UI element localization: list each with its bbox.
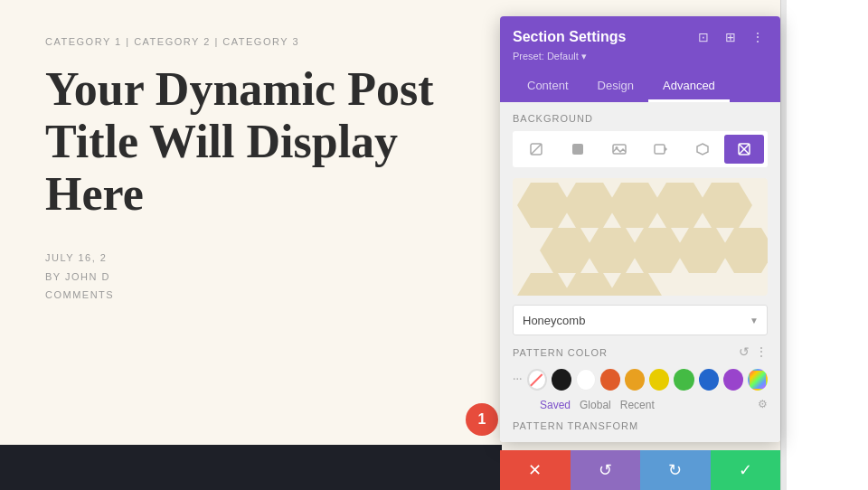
svg-marker-38 <box>517 273 571 296</box>
panel-icon-fullscreen[interactable]: ⊡ <box>693 27 713 47</box>
background-label: Background <box>513 113 768 124</box>
svg-marker-26 <box>665 146 667 152</box>
page-right-inner <box>787 0 868 490</box>
bg-video-btn[interactable] <box>641 135 681 164</box>
bg-mask-btn[interactable] <box>683 135 722 164</box>
swatch-tab-recent[interactable]: Recent <box>620 399 655 411</box>
panel-title-row: Section Settings ⊡ ⊞ ⋮ <box>513 27 768 47</box>
panel-body: Background <box>500 102 780 442</box>
color-swatch-orange[interactable] <box>600 369 620 391</box>
post-comments: COMMENTS <box>45 286 457 305</box>
blog-content: CATEGORY 1 | CATEGORY 2 | CATEGORY 3 You… <box>0 0 502 490</box>
bg-none-btn[interactable] <box>516 135 556 164</box>
panel-icon-more[interactable]: ⋮ <box>748 27 768 47</box>
swatch-tab-saved[interactable]: Saved <box>540 399 571 411</box>
swatch-settings-icon[interactable]: ⚙ <box>758 398 768 411</box>
post-meta: JULY 16, 2 BY JOHN D COMMENTS <box>45 249 457 306</box>
bg-type-row <box>513 131 768 167</box>
tab-advanced[interactable]: Advanced <box>648 71 730 102</box>
swatch-tab-global[interactable]: Global <box>580 399 611 411</box>
color-swatch-yellow[interactable] <box>649 369 669 391</box>
color-swatch-green[interactable] <box>674 369 693 391</box>
color-swatch-transparent[interactable] <box>527 369 547 391</box>
settings-panel: Section Settings ⊡ ⊞ ⋮ Preset: Default ▾… <box>500 16 780 442</box>
pattern-color-label: Pattern Color <box>513 347 739 358</box>
dark-bottom-bar <box>0 445 502 490</box>
post-date: JULY 16, 2 <box>45 249 457 268</box>
svg-rect-25 <box>655 145 665 154</box>
redo-button[interactable]: ↻ <box>640 450 711 490</box>
page-right-edge <box>780 0 868 490</box>
pattern-select[interactable]: Honeycomb Chevron Dots Stripes Waves <box>513 305 768 335</box>
svg-marker-32 <box>698 183 752 228</box>
post-author: BY JOHN D <box>45 268 457 287</box>
pattern-color-actions: ↺ ⋮ <box>739 344 768 360</box>
post-title: Your Dynamic Post Title Will Display Her… <box>45 63 457 221</box>
bg-pattern-btn[interactable] <box>724 135 764 164</box>
reset-color-icon[interactable]: ↺ <box>739 344 750 360</box>
undo-button[interactable]: ↺ <box>571 450 641 490</box>
pattern-transform-label: Pattern Transform <box>513 420 768 431</box>
confirm-button[interactable]: ✓ <box>711 450 781 490</box>
pattern-preview <box>513 178 768 296</box>
tab-design[interactable]: Design <box>583 71 648 102</box>
svg-rect-22 <box>572 144 583 155</box>
panel-header: Section Settings ⊡ ⊞ ⋮ Preset: Default ▾… <box>500 16 780 102</box>
panel-preset[interactable]: Preset: Default ▾ <box>513 51 768 62</box>
pattern-color-row: Pattern Color ↺ ⋮ <box>513 344 768 360</box>
panel-tabs: Content Design Advanced <box>513 71 768 102</box>
swatch-tabs-row: Saved Global Recent ⚙ <box>513 398 768 411</box>
panel-icon-columns[interactable]: ⊞ <box>721 27 741 47</box>
action-bar: ✕ ↺ ↻ ✓ <box>500 450 780 490</box>
more-color-icon[interactable]: ⋮ <box>755 344 768 360</box>
step-indicator: 1 <box>466 403 498 436</box>
cancel-button[interactable]: ✕ <box>500 450 571 490</box>
color-swatch-custom[interactable] <box>748 369 768 391</box>
pattern-dropdown-row: Honeycomb Chevron Dots Stripes Waves ▼ <box>513 305 768 335</box>
tab-content[interactable]: Content <box>513 71 583 102</box>
svg-marker-39 <box>562 273 617 296</box>
svg-marker-37 <box>721 228 768 273</box>
bg-image-btn[interactable] <box>599 135 639 164</box>
panel-title: Section Settings <box>513 29 626 45</box>
color-swatch-purple[interactable] <box>723 369 743 391</box>
bg-color-btn[interactable] <box>558 135 598 164</box>
swatch-more-dots[interactable]: ··· <box>513 372 523 387</box>
svg-marker-40 <box>608 273 662 296</box>
color-swatches-row: ··· <box>513 369 768 391</box>
pattern-svg <box>513 178 768 296</box>
category-bar: CATEGORY 1 | CATEGORY 2 | CATEGORY 3 <box>45 36 457 47</box>
pattern-dropdown-wrapper: Honeycomb Chevron Dots Stripes Waves ▼ <box>513 305 768 335</box>
color-swatch-black[interactable] <box>552 369 571 391</box>
color-swatch-blue[interactable] <box>699 369 719 391</box>
color-swatch-amber[interactable] <box>625 369 645 391</box>
color-swatch-white[interactable] <box>576 369 596 391</box>
svg-line-21 <box>531 144 542 155</box>
panel-icons: ⊡ ⊞ ⋮ <box>693 27 768 47</box>
